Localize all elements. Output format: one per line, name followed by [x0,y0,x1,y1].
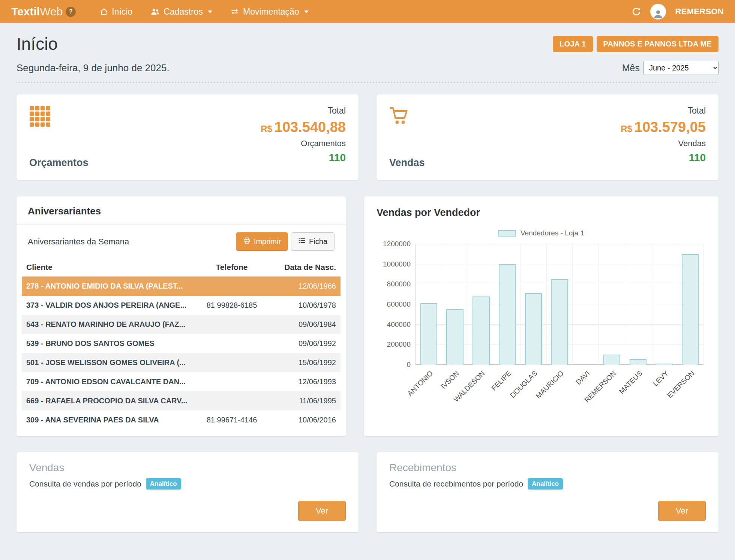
report-card-subtitle: Consulta de vendas por período [29,479,141,488]
x-tick-label: DAVI [574,369,591,386]
y-tick-label: 0 [406,361,411,369]
current-date: Segunda-feira, 9 de junho de 2025. [16,62,170,74]
chart-column [599,244,625,365]
month-select[interactable]: June - 2025 [644,61,718,75]
month-label: Mês [622,63,640,73]
brand-text: TextilWeb [11,5,63,18]
cell-data-nasc: 10/06/2016 [271,410,340,430]
cell-telefone [192,353,271,372]
bar-douglas [525,293,542,365]
table-row[interactable]: 373 - VALDIR DOS ANJOS PEREIRA (ANGE...8… [22,296,340,315]
chart-plot-outer: 020000040000060000080000010000001200000 … [416,244,704,409]
refresh-icon[interactable] [632,7,641,16]
nav-item-cadastros[interactable]: Cadastros [150,7,212,17]
x-tick-label: ANTONIO [406,369,435,398]
cell-telefone [192,315,271,334]
cell-cliente: 373 - VALDIR DOS ANJOS PEREIRA (ANGE... [22,296,192,315]
vendas-card: Vendas Total R$103.579,05 Vendas 110 [376,94,718,180]
cell-cliente: 543 - RENATO MARINHO DE ARAUJO (FAZ... [22,315,192,334]
cell-telefone [192,334,271,353]
count-label: Vendas [678,139,706,148]
total-value: R$103.540,88 [261,119,346,135]
y-tick-label: 400000 [387,320,411,329]
bar-mateus [630,359,646,365]
help-icon[interactable]: ? [66,7,76,17]
cell-cliente: 501 - JOSE WELISSON GOMES OLIVEIRA (... [22,353,192,372]
ver-recebimentos-button[interactable]: Ver [658,501,706,521]
report-card-subtitle: Consulta de recebimentos por período [389,479,523,488]
table-row[interactable]: 543 - RENATO MARINHO DE ARAUJO (FAZ...09… [22,315,340,334]
total-label: Total [327,106,346,116]
cell-cliente: 309 - ANA SEVERINA PAES DA SILVA [22,410,192,430]
cell-data-nasc: 09/06/1984 [271,315,340,334]
home-icon [100,7,108,16]
aniversariantes-card: Aniversariantes Aniversariantes da Seman… [16,196,346,436]
birthday-table: Cliente Telefone Data de Nasc. 278 - ANT… [22,258,340,430]
report-card-actions: Ver [389,501,706,521]
bottom-row: Vendas Consulta de vendas por período An… [16,452,718,532]
bar-remerson [603,355,620,365]
x-label-column: WALDESON [468,368,494,409]
cell-telefone [192,277,271,296]
summary-left: Vendas [389,106,425,169]
username[interactable]: REMERSON [675,7,724,16]
table-row[interactable]: 278 - ANTONIO EMIDIO DA SILVA (PALEST...… [22,277,340,296]
table-row[interactable]: 539 - BRUNO DOS SANTOS GOMES09/06/1992 [22,334,340,353]
x-tick-label: LEVY [651,369,670,388]
bar-mauricio [551,279,568,365]
ficha-button[interactable]: Ficha [291,232,334,251]
cell-data-nasc: 09/06/1992 [271,334,340,353]
cell-cliente: 709 - ANTONIO EDSON CAVALCANTE DAN... [22,372,192,391]
y-tick-label: 800000 [387,280,411,288]
count-value: 110 [329,152,346,164]
date-row: Segunda-feira, 9 de junho de 2025. Mês J… [16,61,718,83]
column-header-data-nasc: Data de Nasc. [271,258,340,277]
store-badge[interactable]: LOJA 1 [553,36,592,52]
y-tick-label: 200000 [387,340,411,349]
table-row[interactable]: 309 - ANA SEVERINA PAES DA SILVA81 99671… [22,410,340,430]
chart-plot: 020000040000060000080000010000001200000 [416,244,704,365]
table-row[interactable]: 669 - RAFAELA PROCOPIO DA SILVA CARV...1… [22,391,340,410]
report-card-title: Vendas [29,462,346,474]
aniversariantes-header: Aniversariantes [16,196,346,225]
legend-label: Vendedores - Loja 1 [520,229,584,237]
calculator-icon [29,106,88,129]
vendas-por-vendedor-card: Vendas por Vendedor Vendedores - Loja 1 … [364,196,718,436]
nav-item-movimentacao[interactable]: Movimentação [230,7,309,17]
bar-everson [682,254,699,365]
recebimentos-report-card: Recebimentos Consulta de recebimentos po… [376,452,718,532]
ver-vendas-button[interactable]: Ver [298,501,346,521]
summary-right: Total R$103.540,88 Orçamentos 110 [261,106,346,169]
x-label-column: MATEUS [625,368,651,409]
legend-swatch [498,230,516,237]
nav-label: Cadastros [164,7,203,17]
cell-data-nasc: 15/06/1992 [271,353,340,372]
y-tick-label: 1000000 [383,260,411,268]
table-row[interactable]: 709 - ANTONIO EDSON CAVALCANTE DAN...12/… [22,372,340,391]
chart-column [625,244,651,365]
y-tick-label: 600000 [387,300,411,308]
aniversariantes-toolbar: Aniversariantes da Semana Imprimir Ficha [16,225,346,258]
cart-icon [389,106,425,127]
card-name: Vendas [389,157,425,169]
table-row[interactable]: 501 - JOSE WELISSON GOMES OLIVEIRA (...1… [22,353,340,372]
chart-column [416,244,442,365]
chart-legend[interactable]: Vendedores - Loja 1 [376,229,706,237]
cell-telefone [192,391,271,410]
chart-column [573,244,599,365]
brand-web: Web [40,5,63,18]
company-badge[interactable]: PANNOS E PANNOS LTDA ME [597,36,718,52]
card-name: Orçamentos [29,157,88,169]
nav-item-inicio[interactable]: Início [100,7,132,17]
main-content: Início LOJA 1 PANNOS E PANNOS LTDA ME Se… [0,23,735,547]
brand-logo[interactable]: TextilWeb ? [11,5,76,18]
avatar[interactable] [650,4,666,19]
month-picker: Mês June - 2025 [622,61,718,75]
nav-right: REMERSON [632,4,724,19]
imprimir-button[interactable]: Imprimir [236,232,288,251]
total-value: R$103.579,05 [621,119,706,135]
chart-column [547,244,573,365]
bar-antonio [420,303,437,365]
analitico-badge: Analítico [528,478,563,490]
orcamentos-card: Orçamentos Total R$103.540,88 Orçamentos… [16,94,358,180]
